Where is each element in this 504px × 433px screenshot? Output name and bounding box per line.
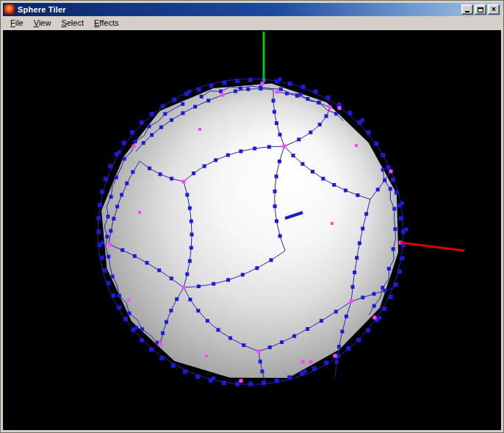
app-icon: [4, 4, 15, 15]
maximize-button[interactable]: [475, 4, 486, 15]
gl-canvas[interactable]: [3, 30, 501, 430]
minimize-button[interactable]: [461, 4, 473, 15]
title-bar[interactable]: Sphere Tiler ×: [3, 3, 501, 16]
minimize-icon: [465, 11, 469, 12]
menu-view[interactable]: View: [29, 17, 57, 29]
menu-bar: File View Select Effects: [3, 16, 501, 30]
close-button[interactable]: ×: [488, 4, 500, 15]
close-icon: ×: [492, 5, 496, 13]
menu-file[interactable]: File: [5, 17, 29, 29]
maximize-icon: [478, 7, 483, 12]
menu-select[interactable]: Select: [56, 17, 89, 29]
gl-viewport[interactable]: [3, 30, 501, 430]
menu-effects[interactable]: Effects: [89, 17, 123, 29]
window-controls: ×: [461, 4, 500, 15]
app-window: Sphere Tiler × File View Select Effects: [0, 0, 504, 433]
window-title: Sphere Tiler: [18, 5, 461, 14]
